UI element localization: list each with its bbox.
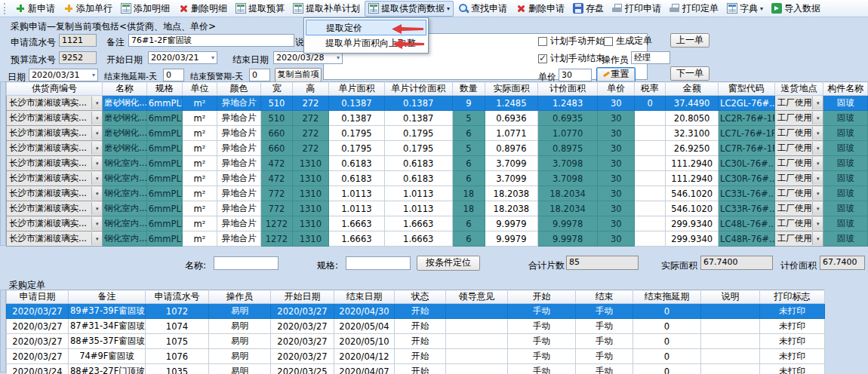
cell[interactable]: 9.9978 <box>537 216 598 231</box>
cell[interactable]: 2020/04/30 <box>334 304 395 319</box>
column-header[interactable]: 计价面积 <box>537 82 598 96</box>
column-header[interactable]: 实际面积 <box>485 82 538 96</box>
cell[interactable]: 0.1795 <box>384 141 452 156</box>
cell[interactable]: 1.6663 <box>384 216 452 231</box>
table-row[interactable]: 长沙市潇湘玻璃实...▾磨砂钢化...6mmPLE...m²异地合片660272… <box>7 141 868 156</box>
table-row[interactable]: 2020/03/2788#35-37F窗固玻1075易明2020/03/2720… <box>7 334 825 349</box>
cell[interactable]: 2020/03/27 <box>7 349 69 364</box>
extract-budget-button[interactable]: 提取预算 <box>232 1 288 17</box>
cell[interactable]: 5 <box>452 111 485 126</box>
chevron-down-icon[interactable]: ▾ <box>812 142 823 155</box>
cell[interactable]: 0.1795 <box>384 126 452 141</box>
reset-button[interactable]: 重置 <box>596 67 636 82</box>
column-header[interactable]: 颜色 <box>217 82 261 96</box>
cell[interactable]: 异地合片 <box>217 111 261 126</box>
cell[interactable]: 固玻 <box>823 96 868 111</box>
cell[interactable] <box>701 334 760 349</box>
warn-field[interactable]: 0 <box>249 69 270 81</box>
cell[interactable]: 易明 <box>209 364 271 374</box>
cell[interactable]: 异地合片 <box>217 96 261 111</box>
chevron-down-icon[interactable]: ▾ <box>211 53 214 63</box>
cell[interactable]: 272 <box>292 126 328 141</box>
cell[interactable]: 30 <box>598 96 634 111</box>
cell[interactable]: m² <box>183 201 217 216</box>
cell[interactable]: m² <box>183 231 217 247</box>
cell[interactable]: 钢化室内... <box>103 156 147 171</box>
cell[interactable]: 9 <box>452 96 485 111</box>
cell[interactable]: 9.9979 <box>485 216 538 231</box>
dropdown-cell[interactable]: 工厂使用▾ <box>774 156 823 171</box>
dropdown-cell[interactable]: 长沙市潇湘玻璃实...▾ <box>7 171 103 186</box>
column-header[interactable]: 构件名称 <box>823 82 868 96</box>
cell[interactable]: LC48L-76#... <box>718 216 774 231</box>
cell[interactable] <box>634 156 665 171</box>
cell[interactable]: 37.4490 <box>666 96 719 111</box>
cell[interactable]: 固玻 <box>823 171 868 186</box>
cell[interactable]: 30 <box>598 126 634 141</box>
cell[interactable]: 手动 <box>508 304 576 319</box>
cell[interactable]: LC48R-76#... <box>718 231 774 247</box>
column-header[interactable]: 送货地点 <box>774 82 823 96</box>
cell[interactable]: 6 <box>452 171 485 186</box>
cell[interactable]: 2020/03/27 <box>271 349 334 364</box>
cell[interactable]: 74#9F窗固玻 <box>69 349 146 364</box>
cell[interactable]: 26.9250 <box>666 141 719 156</box>
column-header[interactable]: 状态 <box>395 290 446 304</box>
cell[interactable]: 772 <box>261 186 292 201</box>
column-header[interactable]: 打印标志 <box>760 290 825 304</box>
cell[interactable]: 30 <box>598 186 634 201</box>
cell[interactable]: 111.2940 <box>666 156 719 171</box>
cell[interactable]: 3.7098 <box>537 171 598 186</box>
cell[interactable] <box>446 364 508 374</box>
cell[interactable]: 0.6183 <box>329 171 385 186</box>
cell[interactable]: 2020/05/10 <box>334 334 395 349</box>
manual-start-checkbox[interactable]: 计划手动开始 <box>538 35 605 48</box>
copy-current-button[interactable]: 复制当前项 <box>275 68 322 82</box>
chevron-down-icon[interactable]: ▾ <box>91 232 102 245</box>
table-row[interactable]: 长沙市潇湘玻璃实...▾钢化室内...6mmPLE...m²异地合片127213… <box>7 216 868 231</box>
cell[interactable]: 272 <box>292 111 328 126</box>
cell[interactable]: 2020/03/27 <box>271 304 334 319</box>
cell[interactable]: 2020/03/27 <box>7 319 69 334</box>
dropdown-cell[interactable]: 长沙市潇湘玻璃实...▾ <box>7 186 103 201</box>
cell[interactable]: 1075 <box>146 334 209 349</box>
date-combo[interactable]: 2020/03/31▾ <box>29 69 98 81</box>
unit-price-field[interactable]: 30 <box>559 69 592 81</box>
cell[interactable]: 89#37-39F窗固玻 <box>69 304 146 319</box>
cell[interactable]: 1.2483 <box>537 96 598 111</box>
cell[interactable]: 固玻 <box>823 201 868 216</box>
cell[interactable]: 5 <box>452 141 485 156</box>
table-row[interactable]: 长沙市潇湘玻璃实...▾钢化室内...6mmPLE...m²异地合片472131… <box>7 171 868 186</box>
cell[interactable]: 510 <box>261 96 292 111</box>
cell[interactable]: 0 <box>633 304 701 319</box>
cell[interactable]: 660 <box>261 141 292 156</box>
cell[interactable]: 手动 <box>508 334 576 349</box>
cell[interactable]: 手动 <box>508 349 576 364</box>
cell[interactable]: 30 <box>598 111 634 126</box>
cell[interactable]: m² <box>183 111 217 126</box>
cell[interactable]: 2020/04/07 <box>334 364 395 374</box>
cell[interactable]: 3.7098 <box>537 156 598 171</box>
cell[interactable]: 钢化室内... <box>103 231 147 247</box>
column-header[interactable]: 单片计价面积 <box>384 82 452 96</box>
chevron-down-icon[interactable]: ▾ <box>812 202 823 215</box>
cell[interactable] <box>701 304 760 319</box>
table-row[interactable]: 2020/03/2774#9F窗固玻1076易明2020/03/272020/0… <box>7 349 825 364</box>
cell[interactable]: m² <box>183 141 217 156</box>
delete-request-button[interactable]: 删除申请 <box>512 1 568 17</box>
menu-item-extract-piece-area-roundup[interactable]: 提取单片面积向上取整 <box>306 35 426 51</box>
chevron-down-icon[interactable]: ▾ <box>91 112 102 124</box>
remark-field[interactable]: 76#1-2F窗固玻 <box>128 34 294 47</box>
cell[interactable]: 未打印 <box>760 334 825 349</box>
column-header[interactable]: 规格 <box>146 82 182 96</box>
column-header[interactable]: 备注 <box>69 290 146 304</box>
column-header[interactable]: 单片面积 <box>329 82 385 96</box>
cell[interactable]: 0 <box>633 334 701 349</box>
table-row[interactable]: 长沙市潇湘玻璃实...▾磨砂钢化...6mmPLE...m²异地合片660272… <box>7 126 868 141</box>
cell[interactable]: 钢化室内... <box>103 186 147 201</box>
cell[interactable]: 18 <box>452 201 485 216</box>
cell[interactable]: 固玻 <box>823 141 868 156</box>
cell[interactable]: LC33R-76#... <box>718 201 774 216</box>
chevron-down-icon[interactable]: ▾ <box>337 53 340 63</box>
column-header[interactable]: 结束拖延期 <box>633 290 701 304</box>
